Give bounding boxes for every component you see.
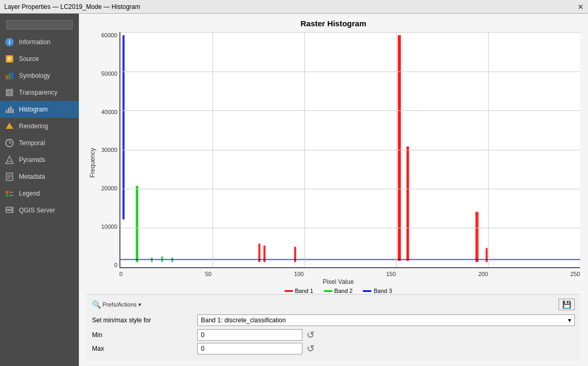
chart-title: Raster Histogram xyxy=(87,19,580,28)
title-bar: Layer Properties — LC2019_Mode — Histogr… xyxy=(0,0,588,14)
svg-rect-13 xyxy=(10,106,12,113)
svg-rect-8 xyxy=(11,72,13,79)
min-input[interactable] xyxy=(197,329,302,341)
sidebar-item-temporal[interactable]: Temporal xyxy=(0,135,79,151)
chart-area: Frequency 60000 50000 40000 30000 20000 … xyxy=(87,32,580,294)
sidebar-label-pyramids: Pyramids xyxy=(19,156,45,164)
grid-h-3 xyxy=(120,150,580,150)
sidebar-item-histogram[interactable]: Histogram xyxy=(0,101,79,118)
svg-rect-42 xyxy=(407,146,409,260)
legend-band2: Band 2 xyxy=(324,288,353,294)
sidebar-item-metadata[interactable]: Metadata xyxy=(0,168,79,185)
svg-rect-14 xyxy=(12,109,14,113)
svg-point-31 xyxy=(12,208,13,209)
legend-label-band2: Band 2 xyxy=(334,288,353,294)
chart-plot xyxy=(119,32,580,268)
sidebar-label-symbology: Symbology xyxy=(19,72,50,79)
min-refresh-icon[interactable]: ↺ xyxy=(307,329,315,341)
symbology-icon xyxy=(4,70,15,81)
sidebar-item-source[interactable]: Source xyxy=(0,50,79,67)
save-button[interactable]: 💾 xyxy=(559,299,575,310)
sidebar-item-transparency[interactable]: TTransparency xyxy=(0,84,79,101)
prefs-actions-button[interactable]: 🔍 Prefs/Actions ▾ xyxy=(92,300,141,309)
sidebar-item-pyramids[interactable]: Pyramids xyxy=(0,151,79,168)
grid-v-3 xyxy=(396,32,397,267)
svg-rect-7 xyxy=(8,74,11,79)
pyramids-icon xyxy=(4,155,15,165)
x-tick-labels: 0 50 100 150 200 250 xyxy=(119,271,580,277)
max-row: Max ↺ xyxy=(92,343,575,354)
svg-rect-43 xyxy=(475,212,479,262)
sidebar-item-rendering[interactable]: Rendering xyxy=(0,118,79,135)
chart-legend: Band 1 Band 2 Band 3 xyxy=(96,288,580,294)
prefs-label: Prefs/Actions xyxy=(103,301,137,308)
sidebar-item-information[interactable]: iInformation xyxy=(0,34,79,50)
legend-label-band1: Band 1 xyxy=(295,288,313,294)
svg-marker-19 xyxy=(6,156,13,164)
sidebar-label-transparency: Transparency xyxy=(19,89,57,96)
y-tick-labels: 60000 50000 40000 30000 20000 10000 0 xyxy=(96,32,119,268)
rendering-icon xyxy=(4,121,15,131)
prefs-icon: 🔍 xyxy=(92,300,101,309)
max-input[interactable] xyxy=(197,343,302,354)
svg-rect-34 xyxy=(136,186,138,262)
chart-wrapper: 60000 50000 40000 30000 20000 10000 0 xyxy=(96,32,580,294)
window-title: Layer Properties — LC2019_Mode — Histogr… xyxy=(4,3,140,11)
temporal-icon xyxy=(4,138,15,148)
max-label: Max xyxy=(92,345,197,352)
x-tick-container: 0 50 100 150 200 250 xyxy=(96,270,580,277)
svg-text:i: i xyxy=(8,39,10,45)
sidebar-label-source: Source xyxy=(19,55,39,63)
sidebar-item-symbology[interactable]: Symbology xyxy=(0,67,79,84)
sidebar-label-histogram: Histogram xyxy=(19,106,48,113)
x-axis-label: Pixel Value xyxy=(96,278,580,286)
legend-icon xyxy=(4,188,15,199)
sidebar: iInformationSourceSymbologyTTransparency… xyxy=(0,14,79,366)
svg-rect-25 xyxy=(6,191,8,194)
svg-text:T: T xyxy=(8,90,11,96)
info-icon: i xyxy=(4,37,15,47)
min-row: Min ↺ xyxy=(92,329,575,341)
bottom-controls: 🔍 Prefs/Actions ▾ 💾 Set min/max style fo… xyxy=(87,294,580,361)
prefs-dropdown-arrow: ▾ xyxy=(138,301,141,308)
sidebar-label-qgis-server: QGIS Server xyxy=(19,207,55,214)
y-axis-label: Frequency xyxy=(87,32,96,294)
svg-rect-6 xyxy=(6,75,8,79)
max-refresh-icon[interactable]: ↺ xyxy=(307,343,315,354)
sidebar-label-information: Information xyxy=(19,38,50,46)
grid-h-0 xyxy=(120,32,580,33)
set-minmax-label: Set min/max style for xyxy=(92,317,197,324)
search-input[interactable] xyxy=(6,20,73,29)
grid-h-2 xyxy=(120,110,580,111)
svg-rect-33 xyxy=(123,35,125,219)
close-button[interactable]: ✕ xyxy=(577,3,584,11)
dropdown-arrow-icon: ▾ xyxy=(568,317,571,324)
legend-band1: Band 1 xyxy=(285,288,313,294)
svg-rect-12 xyxy=(8,108,9,113)
svg-rect-41 xyxy=(398,35,401,261)
sidebar-label-legend: Legend xyxy=(19,190,40,197)
source-icon xyxy=(4,54,15,64)
legend-color-band2 xyxy=(324,290,332,292)
transparency-icon: T xyxy=(4,87,15,98)
grid-h-4 xyxy=(120,189,580,189)
grid-v-1 xyxy=(212,32,213,267)
svg-rect-26 xyxy=(6,194,8,197)
histogram-icon xyxy=(4,104,15,115)
legend-band3: Band 3 xyxy=(363,288,392,294)
sidebar-label-temporal: Temporal xyxy=(19,139,45,147)
legend-color-band1 xyxy=(285,290,293,292)
prefs-actions-row: 🔍 Prefs/Actions ▾ 💾 xyxy=(92,299,575,310)
sidebar-label-metadata: Metadata xyxy=(19,173,45,180)
search-bar[interactable] xyxy=(3,18,76,32)
svg-rect-11 xyxy=(6,110,7,113)
sidebar-item-legend[interactable]: Legend xyxy=(0,185,79,202)
legend-label-band3: Band 3 xyxy=(373,288,392,294)
legend-color-band3 xyxy=(363,290,371,292)
content-area: Raster Histogram Frequency 60000 50000 4… xyxy=(79,14,588,366)
set-minmax-row: Set min/max style for Band 1: discrete_c… xyxy=(92,314,575,326)
band-dropdown[interactable]: Band 1: discrete_classification ▾ xyxy=(197,314,575,326)
metadata-icon xyxy=(4,171,15,182)
grid-v-4 xyxy=(488,32,489,267)
sidebar-item-qgis-server[interactable]: QGIS Server xyxy=(0,202,79,219)
